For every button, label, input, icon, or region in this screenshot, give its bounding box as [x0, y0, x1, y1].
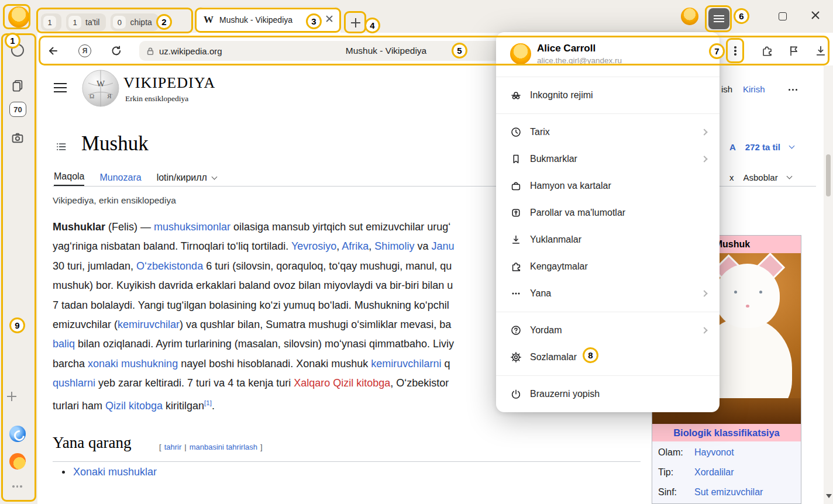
menu-item-parollar-va-ma-lumotlar[interactable]: Parollar va ma'lumotlar [496, 199, 720, 226]
collections-flag-icon[interactable] [787, 44, 800, 57]
tab-group[interactable]: 1ta'til [66, 13, 106, 31]
bullet-icon [62, 471, 65, 474]
wiki-link[interactable]: kemiruvchilar [118, 319, 180, 330]
close-button[interactable] [811, 11, 822, 22]
sidebar-more-icon[interactable] [12, 485, 22, 488]
text: nayel boshi hisoblanadi. Xonaki mushuk [178, 358, 371, 370]
sidebar-counter-badge[interactable]: 70 [9, 102, 26, 117]
wiki-link[interactable]: mushuksimonlar [154, 221, 230, 233]
url-text[interactable]: uz.wikipedia.org [159, 46, 222, 56]
svg-text:W: W [97, 79, 105, 88]
taxobox-row-link[interactable]: Sut emizuvchilar [694, 487, 763, 498]
menu-divider [496, 375, 720, 376]
scroll-down-arrow[interactable] [826, 494, 832, 498]
menu-item-yuklanmalar[interactable]: Yuklanmalar [496, 226, 720, 253]
profile-avatar-toolbar[interactable] [681, 8, 698, 25]
reference-sup[interactable]: [1] [204, 399, 212, 406]
menu-item-label: Sozlamalar [530, 352, 577, 363]
paragraph-line: barcha xonaki mushukning nayel boshi his… [53, 354, 496, 374]
yandex-app-logo[interactable] [9, 453, 26, 470]
wiki-login-link[interactable]: Kirish [743, 84, 765, 94]
wiki-more-icon[interactable] [789, 89, 797, 91]
chevron-down-icon [786, 174, 792, 179]
chevron-down-icon [211, 174, 217, 179]
menu-item-yana[interactable]: Yana [496, 280, 720, 307]
wiki-hamburger-icon[interactable] [54, 83, 67, 92]
sidebar-screenshot-icon[interactable] [11, 131, 25, 145]
tab-variant[interactable]: lotin/кирилл [157, 172, 216, 186]
taxobox-row-label: Olam: [658, 447, 694, 458]
wikipedia-wordmark[interactable]: Vikipediya [123, 74, 215, 92]
wiki-language-button[interactable]: A 272 ta til [729, 142, 794, 152]
bookmark-icon [510, 153, 522, 165]
new-tab-button[interactable] [348, 15, 363, 30]
wiki-lang-label: 272 ta til [745, 142, 780, 152]
text: 30 turi, jumladan, [53, 260, 136, 272]
scrollbar-thumb[interactable] [826, 154, 831, 196]
scrollbar-track[interactable] [824, 65, 833, 504]
menu-item-sozlamalar[interactable]: Sozlamalar [496, 344, 720, 371]
tab-talk[interactable]: Munozara [99, 172, 141, 186]
wiki-link[interactable]: Afrika [342, 240, 369, 252]
profile-avatar[interactable] [8, 6, 29, 27]
edit-link[interactable]: tahrir [164, 443, 182, 451]
text: . [212, 400, 215, 412]
wiki-link[interactable]: Qizil kitobga [105, 400, 163, 412]
more-icon [510, 288, 522, 299]
menu-item-bukmarklar[interactable]: Bukmarklar [496, 146, 720, 172]
wiki-link[interactable]: kemiruvchilarni [371, 358, 441, 370]
menu-item-kengaytmalar[interactable]: Kengaytmalar [496, 253, 720, 280]
sidebar-feed-icon[interactable] [11, 78, 25, 92]
wiki-link[interactable]: xonaki mushukning [88, 358, 178, 370]
taxobox-row-label: Tip: [658, 467, 694, 478]
back-button[interactable] [47, 44, 60, 57]
reload-button[interactable] [110, 44, 123, 57]
browser-menu-button[interactable] [708, 8, 729, 29]
text: kiritilgan [163, 400, 204, 412]
menu-item-tarix[interactable]: Tarix [496, 119, 720, 146]
svg-text:Ω: Ω [90, 92, 94, 99]
toolbar-more-icon[interactable] [731, 43, 739, 58]
menu-item-brauzerni-yopish[interactable]: Brauzerni yopish [496, 381, 720, 408]
tab-article[interactable]: Maqola [54, 171, 84, 186]
menu-item-inkognito-rejimi[interactable]: Inkognito rejimi [496, 82, 720, 109]
yandex-search-icon[interactable]: Я [78, 44, 91, 57]
text: emizuvchilar ( [53, 319, 118, 330]
wiki-link[interactable]: Janu [431, 240, 454, 252]
wiki-link[interactable]: qushlarni [53, 377, 95, 389]
yandex-browser-logo[interactable] [9, 426, 26, 442]
downloads-icon[interactable] [814, 44, 827, 57]
wikipedia-favicon: W [204, 14, 214, 26]
wikipedia-logo[interactable]: W Ω Я [81, 69, 120, 108]
active-tab[interactable]: W Mushuk - Vikipediya [197, 7, 340, 33]
menu-item-label: Inkognito rejimi [530, 90, 593, 101]
menu-item-yordam[interactable]: Yordam [496, 317, 720, 344]
tab-close-icon[interactable] [325, 15, 333, 25]
sidebar-history-icon[interactable] [11, 44, 24, 57]
wiki-redlink[interactable]: Xalqaro Qizil kitobga [294, 377, 390, 389]
annotation-9: 9 [9, 317, 25, 333]
taxobox-row-link[interactable]: Hayvonot [694, 447, 734, 458]
wiki-link[interactable]: Shimoliy [374, 240, 414, 252]
wiki-link[interactable]: Yevrosiyo [291, 240, 336, 252]
text: (Felis) — [105, 221, 154, 233]
menu-item-label: Kengaytmalar [530, 261, 588, 272]
menu-item-hamyon-va-kartalar[interactable]: Hamyon va kartalar [496, 172, 720, 199]
tab-group[interactable]: 0chipta [111, 13, 158, 31]
see-also-link[interactable]: Xonaki mushuklar [73, 466, 157, 478]
contents-list-icon[interactable] [55, 140, 68, 153]
edit-source-link[interactable]: manbasini tahrirlash [190, 443, 257, 451]
bracket: [ [159, 443, 161, 451]
taxobox-row-link[interactable]: Xordalilar [694, 467, 734, 478]
profile-row[interactable]: Alice Carroll alice.the.girl@yandex.ru [496, 37, 720, 72]
text: 6 turi (silovsin, qoraquloq, toʻqay mush… [203, 260, 452, 272]
wiki-tools-button[interactable]: x Asboblar [729, 172, 791, 182]
text: oilasiga mansub yirtqich sut emizuvchila… [230, 221, 450, 233]
tab-group-count: 0 [113, 16, 126, 29]
tab-group[interactable]: 1 [41, 13, 61, 31]
wiki-link[interactable]: Oʻzbekistonda [136, 260, 203, 272]
tab-group-label: chipta [130, 18, 153, 27]
wiki-link[interactable]: baliq [53, 338, 75, 350]
maximize-button[interactable] [779, 12, 787, 20]
extensions-icon[interactable] [760, 44, 773, 57]
